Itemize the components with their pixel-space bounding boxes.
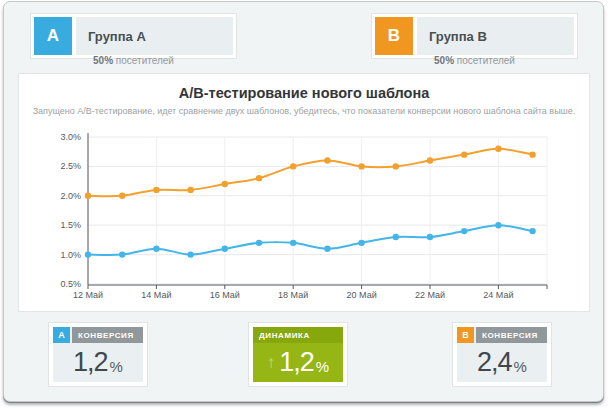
stat-b-label: КОНВЕРСИЯ	[476, 327, 547, 343]
group-a-traffic-share: 50% посетителей	[30, 55, 237, 66]
data-point	[529, 151, 535, 157]
data-point	[427, 234, 433, 240]
group-a-traffic-label: посетителей	[116, 55, 174, 66]
data-point	[290, 163, 296, 169]
svg-text:14 Май: 14 Май	[141, 290, 171, 300]
up-arrow-icon: ↑	[267, 353, 276, 373]
data-point	[358, 240, 364, 246]
data-point	[187, 251, 193, 257]
svg-text:24 Май: 24 Май	[483, 290, 513, 300]
stat-a-value: 1,2	[73, 347, 108, 378]
svg-text:18 Май: 18 Май	[278, 290, 308, 300]
data-point	[187, 187, 193, 193]
svg-text:22 Май: 22 Май	[415, 290, 445, 300]
data-point	[393, 163, 399, 169]
conversion-line-chart: 3.0%2.5%2.0%1.5%1.0%0.5%12 Май14 Май16 М…	[19, 74, 589, 311]
group-b-traffic-share: 50% посетителей	[371, 55, 578, 66]
svg-text:2.5%: 2.5%	[60, 161, 81, 171]
group-b-widget: B Группа B	[371, 13, 578, 59]
svg-text:1.5%: 1.5%	[60, 220, 81, 230]
data-point	[256, 175, 262, 181]
stat-a-unit: %	[110, 350, 123, 375]
data-point	[529, 228, 535, 234]
stat-dynamics-label: ДИНАМИКА	[253, 327, 343, 343]
stat-a-badge: A	[53, 327, 70, 343]
data-point	[119, 193, 125, 199]
group-a-badge: A	[34, 17, 72, 55]
data-point	[222, 181, 228, 187]
data-point	[153, 246, 159, 252]
stat-b-value: 2,4	[477, 347, 512, 378]
data-point	[324, 157, 330, 163]
stat-b-unit: %	[514, 350, 527, 375]
data-point	[495, 222, 501, 228]
ab-test-page: A Группа A 50% посетителей B Группа B 50…	[0, 0, 608, 409]
stat-dynamics-value: 1,2	[279, 347, 314, 378]
group-b-traffic-percent: 50%	[434, 55, 454, 66]
data-point	[290, 240, 296, 246]
data-point	[324, 246, 330, 252]
data-point	[427, 157, 433, 163]
data-point	[461, 228, 467, 234]
data-point	[256, 240, 262, 246]
svg-text:1.0%: 1.0%	[60, 250, 81, 260]
stat-conversion-a: A КОНВЕРСИЯ 1,2 %	[48, 322, 148, 387]
group-a-widget: A Группа A	[30, 13, 237, 59]
group-b-name-field[interactable]: Группа B	[417, 17, 574, 55]
data-point	[119, 251, 125, 257]
svg-text:20 Май: 20 Май	[347, 290, 377, 300]
svg-text:3.0%: 3.0%	[60, 132, 81, 142]
svg-text:12 Май: 12 Май	[73, 290, 103, 300]
data-point	[495, 146, 501, 152]
stat-a-label: КОНВЕРСИЯ	[72, 327, 143, 343]
data-point	[85, 251, 91, 257]
group-a-name-field[interactable]: Группа A	[76, 17, 233, 55]
group-b-badge: B	[375, 17, 413, 55]
data-point	[393, 234, 399, 240]
chart-card: A/B-тестирование нового шаблона Запущено…	[18, 73, 590, 312]
data-point	[153, 187, 159, 193]
svg-text:0.5%: 0.5%	[60, 279, 81, 289]
ab-test-window: A Группа A 50% посетителей B Группа B 50…	[3, 1, 604, 402]
stat-dynamics: ДИНАМИКА ↑ 1,2 %	[248, 322, 348, 387]
stat-dynamics-unit: %	[316, 350, 329, 375]
data-point	[461, 151, 467, 157]
group-a-traffic-percent: 50%	[93, 55, 113, 66]
group-b-traffic-label: посетителей	[457, 55, 515, 66]
svg-text:2.0%: 2.0%	[60, 191, 81, 201]
data-point	[222, 246, 228, 252]
data-point	[358, 163, 364, 169]
data-point	[85, 193, 91, 199]
svg-text:16 Май: 16 Май	[210, 290, 240, 300]
stat-b-badge: B	[457, 327, 474, 343]
stat-conversion-b: B КОНВЕРСИЯ 2,4 %	[452, 322, 552, 387]
